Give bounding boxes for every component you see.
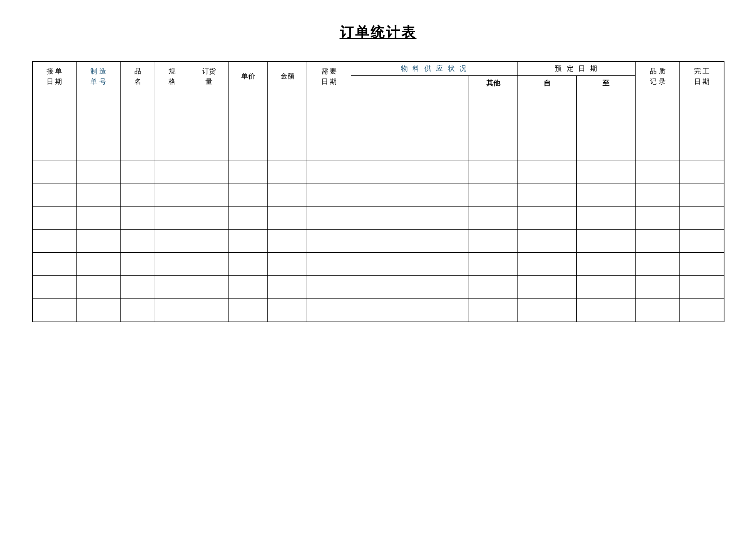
main-table: 接 单 日 期 制 造 单 号 品 名 规 格 bbox=[32, 61, 724, 322]
col-guige: 规 格 bbox=[155, 62, 189, 91]
page-container: 订单统计表 接 单 日 期 制 造 单 号 品 名 bbox=[32, 23, 724, 322]
col-wuliao-sub1 bbox=[351, 76, 410, 91]
table-row bbox=[32, 114, 724, 137]
col-danjia: 单价 bbox=[229, 62, 268, 91]
table-row bbox=[32, 299, 724, 322]
col-jiedan: 接 单 日 期 bbox=[32, 62, 77, 91]
table-row bbox=[32, 230, 724, 253]
col-wangong: 完 工 日 期 bbox=[680, 62, 724, 91]
col-yuding-zhi: 至 bbox=[577, 76, 636, 91]
header-row-1: 接 单 日 期 制 造 单 号 品 名 规 格 bbox=[32, 62, 724, 76]
col-yuding-group: 预 定 日 期 bbox=[518, 62, 636, 76]
table-row bbox=[32, 207, 724, 230]
table-row bbox=[32, 183, 724, 207]
table-row bbox=[32, 253, 724, 276]
col-pinzhi: 品 质 记 录 bbox=[636, 62, 680, 91]
col-zhizao: 制 造 单 号 bbox=[76, 62, 120, 91]
table-row bbox=[32, 137, 724, 160]
col-wuliao-sub3: 其他 bbox=[469, 76, 518, 91]
col-jine: 金额 bbox=[268, 62, 307, 91]
table-row bbox=[32, 91, 724, 114]
col-yuding-zi: 自 bbox=[518, 76, 577, 91]
table-row bbox=[32, 160, 724, 183]
table-wrapper: 接 单 日 期 制 造 单 号 品 名 规 格 bbox=[32, 61, 724, 322]
col-wuliao-group: 物 料 供 应 状 况 bbox=[351, 62, 518, 76]
col-dinghuo: 订货 量 bbox=[189, 62, 229, 91]
col-wuliao-sub2 bbox=[410, 76, 469, 91]
table-body bbox=[32, 91, 724, 322]
col-xuyao: 需 要 日 期 bbox=[307, 62, 351, 91]
col-pinming: 品 名 bbox=[120, 62, 155, 91]
table-row bbox=[32, 276, 724, 299]
page-title: 订单统计表 bbox=[32, 23, 724, 42]
